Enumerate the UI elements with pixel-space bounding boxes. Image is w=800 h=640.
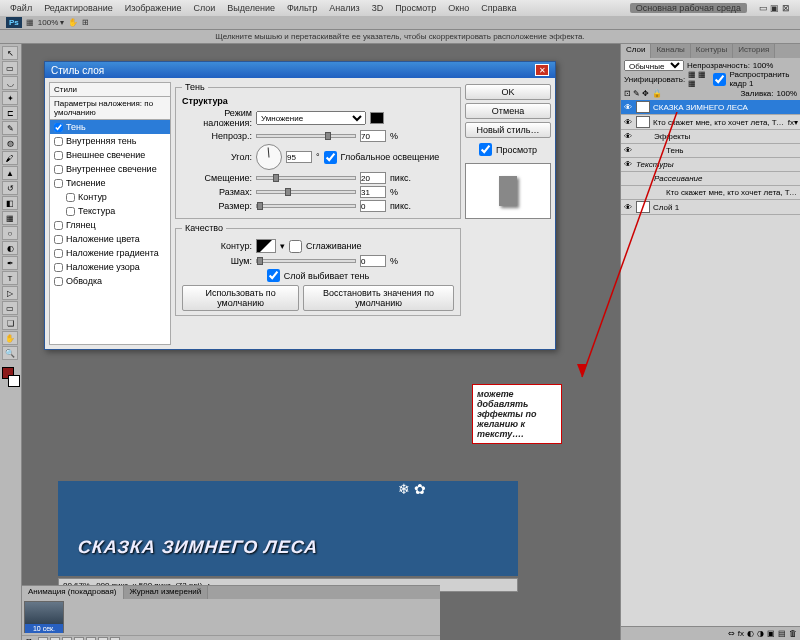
propagate-check[interactable] [713,73,726,86]
visibility-icon[interactable]: 👁 [623,103,633,112]
folder-icon[interactable]: ▣ [767,629,775,638]
make-default-button[interactable]: Использовать по умолчанию [182,285,299,311]
fx-icon[interactable]: fx [738,629,744,638]
menu-edit[interactable]: Редактирование [38,3,119,13]
menu-view[interactable]: Просмотр [389,3,442,13]
stamp-tool[interactable]: ▲ [2,166,18,180]
tab-layers[interactable]: Слои [621,44,651,58]
new-layer-icon[interactable]: ▤ [778,629,786,638]
close-icon[interactable]: ✕ [535,64,549,76]
eyedrop-tool[interactable]: ✎ [2,121,18,135]
visibility-icon[interactable]: 👁 [623,118,633,127]
shape-tool[interactable]: ▭ [2,301,18,315]
menu-help[interactable]: Справка [475,3,522,13]
opacity-input[interactable] [360,130,386,142]
antialias-check[interactable] [289,240,302,253]
style-check[interactable] [66,193,75,202]
hand-tool[interactable]: ✋ [2,331,18,345]
move-tool[interactable]: ↖ [2,46,18,60]
size-input[interactable] [360,200,386,212]
color-swatch[interactable] [2,367,20,387]
heal-tool[interactable]: ◍ [2,136,18,150]
preview-check[interactable] [479,143,492,156]
style-check[interactable] [54,263,63,272]
visibility-icon[interactable]: 👁 [623,203,633,212]
opacity-slider[interactable] [256,134,356,138]
fill-value[interactable]: 100% [777,89,797,98]
menu-filter[interactable]: Фильтр [281,3,323,13]
canvas[interactable]: ❄ ✿ СКАЗКА ЗИМНЕГО ЛЕСА [58,481,518,576]
brush-tool[interactable]: 🖌 [2,151,18,165]
style-item-Наложение узора[interactable]: Наложение узора [50,260,170,274]
marquee-tool[interactable]: ▭ [2,61,18,75]
contour-dropdown[interactable]: ▾ [280,241,285,251]
style-check[interactable] [54,221,63,230]
ok-button[interactable]: OK [465,84,551,100]
blend-mode-select[interactable]: Умножение [256,111,366,125]
layer-row[interactable]: 👁СКАЗКА ЗИМНЕГО ЛЕСА [621,100,800,115]
style-item-Тень[interactable]: Тень [50,120,170,134]
menu-layers[interactable]: Слои [187,3,221,13]
menu-file[interactable]: Файл [4,3,38,13]
3d-tool[interactable]: ❏ [2,316,18,330]
layer-row[interactable]: 👁Тень [621,144,800,158]
tab-animation[interactable]: Анимация (покадровая) [22,586,124,599]
distance-slider[interactable] [256,176,356,180]
blend-select[interactable]: Обычные [624,60,684,71]
window-controls[interactable]: ▭ ▣ ⊠ [753,3,796,13]
gradient-tool[interactable]: ▦ [2,211,18,225]
layer-row[interactable]: 👁Текстуры [621,158,800,172]
workspace-selector[interactable]: Основная рабочая среда [630,3,747,13]
layer-row[interactable]: 👁Кто скажет мне, кто хочет лета, Тот ник… [621,115,800,130]
eraser-tool[interactable]: ◧ [2,196,18,210]
style-item-Наложение цвета[interactable]: Наложение цвета [50,232,170,246]
style-check[interactable] [54,137,63,146]
visibility-icon[interactable]: 👁 [623,146,633,155]
blend-options[interactable]: Параметры наложения: по умолчанию [49,97,171,120]
style-check[interactable] [54,151,63,160]
bridge-icon[interactable]: ▦ [26,18,34,27]
style-check[interactable] [54,235,63,244]
hand-icon[interactable]: ✋ [68,18,78,27]
style-item-Текстура[interactable]: Текстура [50,204,170,218]
layer-row[interactable]: Кто скажет мне, кто хочет лета, Тот нико… [621,186,800,200]
tab-channels[interactable]: Каналы [651,44,690,58]
view-icon[interactable]: ⊞ [82,18,89,27]
fx-badge[interactable]: fx▾ [788,118,798,127]
menu-select[interactable]: Выделение [221,3,281,13]
tab-paths[interactable]: Контуры [691,44,733,58]
shadow-color[interactable] [370,112,384,124]
layer-row[interactable]: 👁Слой 1 [621,200,800,215]
dodge-tool[interactable]: ◐ [2,241,18,255]
style-check[interactable] [66,207,75,216]
knockout-check[interactable] [267,269,280,282]
layer-row[interactable]: Рассеивание [621,172,800,186]
spread-slider[interactable] [256,190,356,194]
style-check[interactable] [54,165,63,174]
tab-history[interactable]: История [733,44,775,58]
style-check[interactable] [54,123,63,132]
zoom-select[interactable]: 100% ▾ [38,18,65,27]
history-tool[interactable]: ↺ [2,181,18,195]
animation-frame-1[interactable]: 10 сек. [24,601,64,633]
spread-input[interactable] [360,186,386,198]
pen-tool[interactable]: ✒ [2,256,18,270]
link-icon[interactable]: ⇔ [728,629,735,638]
distance-input[interactable] [360,172,386,184]
mask-icon[interactable]: ◐ [747,629,754,638]
type-tool[interactable]: T [2,271,18,285]
noise-slider[interactable] [256,259,356,263]
wand-tool[interactable]: ✦ [2,91,18,105]
dialog-titlebar[interactable]: Стиль слоя ✕ [45,62,555,78]
menu-3d[interactable]: 3D [366,3,390,13]
noise-input[interactable] [360,255,386,267]
angle-wheel[interactable] [256,144,282,170]
cancel-button[interactable]: Отмена [465,103,551,119]
style-item-Внутреннее свечение[interactable]: Внутреннее свечение [50,162,170,176]
styles-header[interactable]: Стили [49,82,171,97]
lasso-tool[interactable]: ◡ [2,76,18,90]
global-light-check[interactable] [324,151,337,164]
layer-opacity[interactable]: 100% [753,61,773,70]
style-item-Наложение градиента[interactable]: Наложение градиента [50,246,170,260]
adj-icon[interactable]: ◑ [757,629,764,638]
